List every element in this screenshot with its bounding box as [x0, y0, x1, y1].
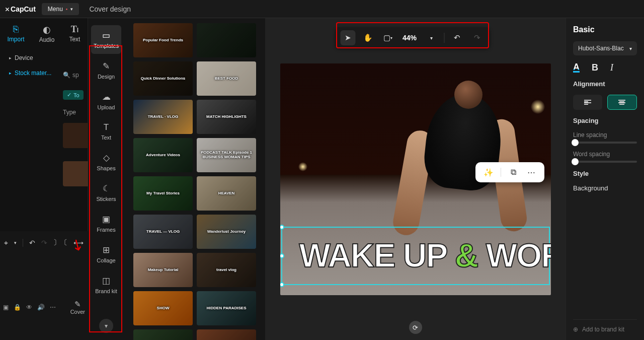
canvas-toolbar: ➤ ✋ ▢▾ 44% ▾ ↶ ↷: [335, 27, 490, 48]
word-spacing-label: Word spacing: [573, 151, 637, 158]
type-label: Type: [63, 109, 90, 116]
zoom-level[interactable]: 44%: [400, 34, 419, 42]
more-icon[interactable]: ⋯: [525, 166, 537, 178]
align-center-button[interactable]: [607, 95, 637, 110]
rail-frames[interactable]: ▣Frames: [91, 209, 121, 238]
template-thumb[interactable]: Popular Food Trends: [133, 23, 193, 57]
template-thumb[interactable]: MATCH HIGHLIGHTS: [197, 100, 256, 134]
font-select[interactable]: Hubot-Sans-Blac▾: [573, 41, 637, 55]
template-thumb[interactable]: PODCAST TALK Episode 1 BUSINESS WOMAN TI…: [197, 138, 256, 172]
cursor-tool-icon[interactable]: ⌖: [4, 239, 8, 247]
duplicate-icon[interactable]: ⧉: [507, 166, 519, 178]
zoom-dropdown-icon[interactable]: ▾: [424, 30, 439, 45]
rail-templates[interactable]: ▭Templates: [91, 25, 121, 54]
background-label: Background: [573, 184, 637, 192]
bold-button[interactable]: B: [592, 62, 598, 73]
aspect-icon[interactable]: ▣: [3, 304, 9, 311]
more-icon[interactable]: ⋯: [50, 304, 56, 311]
frames-icon: ▣: [91, 214, 121, 225]
search-input-peek[interactable]: 🔍 sp: [63, 72, 90, 79]
template-thumb[interactable]: BEST FOOD: [197, 61, 256, 96]
templates-icon: ▭: [91, 30, 121, 41]
tab-text[interactable]: TIText: [69, 24, 80, 43]
import-panel: ⎘Import ◐Audio TIText ▸Device ▸Stock mat…: [0, 18, 88, 340]
design-icon: ✎: [91, 61, 121, 72]
undo-icon[interactable]: ↶: [449, 30, 464, 45]
line-spacing-label: Line spacing: [573, 131, 637, 139]
template-thumb[interactable]: travel vlog: [197, 253, 256, 287]
hand-tool-icon[interactable]: ✋: [360, 30, 375, 45]
panel-heading: Basic: [573, 25, 637, 34]
properties-panel: Basic Hubot-Sans-Blac▾ A B I Alignment S…: [566, 18, 644, 340]
mute-icon[interactable]: 🔊: [37, 304, 45, 311]
rail-upload[interactable]: ☁Upload: [91, 87, 121, 115]
brandkit-icon: ⊕: [573, 326, 578, 333]
rail-shapes[interactable]: ◇Shapes: [91, 148, 121, 176]
template-thumb[interactable]: HEAVEN: [197, 176, 256, 211]
style-label: Style: [573, 170, 637, 177]
tab-audio[interactable]: ◐Audio: [39, 24, 55, 43]
template-thumb[interactable]: [197, 329, 256, 340]
add-to-brand-kit[interactable]: ⊕Add to brand kit: [573, 319, 637, 340]
rail-design[interactable]: ✎Design: [91, 56, 121, 85]
align-left-button[interactable]: [573, 95, 602, 110]
media-thumb-peek[interactable]: [63, 123, 90, 158]
brandkit-icon: ◫: [91, 276, 121, 286]
spacing-label: Spacing: [573, 117, 637, 124]
template-thumb[interactable]: TRAVEL — VLOG: [133, 215, 193, 249]
cover-headline[interactable]: WAKE UP & WOR: [299, 236, 551, 275]
shapes-icon: ◇: [91, 153, 121, 163]
split-icon[interactable]: 〕〔: [53, 238, 67, 247]
template-thumb[interactable]: My Travel Stories: [133, 176, 193, 211]
template-thumb[interactable]: Makeup Tutorial: [133, 253, 193, 287]
tab-import[interactable]: ⎘Import: [8, 24, 25, 43]
filter-tag-peek[interactable]: ✓ To: [63, 90, 90, 100]
light-flare: [298, 162, 307, 171]
floating-text-toolbar: ✨ ⧉ ⋯: [475, 162, 544, 182]
timeline-strip: ⌖ ▾ ↶ ↷ 〕〔 ⟷ ▣ 🔒 👁 🔊 ⋯ ✎Cover: [0, 231, 88, 340]
upload-icon: ☁: [91, 92, 121, 102]
template-thumb[interactable]: Wanderlust Journey: [197, 215, 256, 249]
template-thumb[interactable]: Adventure Videos: [133, 138, 193, 172]
rail-stickers[interactable]: ☾Stickers: [91, 178, 121, 207]
rail-brand-kit[interactable]: ◫Brand kit: [91, 270, 121, 299]
collage-icon: ⊞: [91, 245, 121, 255]
template-grid: Popular Food TrendsQuick Dinner Solution…: [124, 18, 265, 340]
media-thumb-peek[interactable]: [63, 161, 90, 196]
text-selection-box[interactable]: WAKE UP & WOR: [281, 227, 550, 285]
redo-icon[interactable]: ↷: [469, 30, 485, 45]
alignment-label: Alignment: [573, 80, 637, 88]
template-thumb[interactable]: SHOW: [133, 291, 193, 325]
lock-icon[interactable]: 🔒: [14, 304, 21, 311]
line-spacing-slider[interactable]: [573, 142, 637, 144]
cursor-pos-icon[interactable]: ⟷: [73, 239, 84, 247]
template-thumb[interactable]: HIDDEN PARADISES: [197, 291, 256, 325]
magic-icon[interactable]: ✨: [482, 166, 495, 178]
nav-device[interactable]: ▸Device: [0, 50, 88, 65]
app-logo: ✕CapCut: [5, 5, 36, 14]
cover-button[interactable]: ✎Cover: [70, 300, 85, 315]
rail-text[interactable]: TText: [91, 117, 121, 146]
crop-tool-icon[interactable]: ▢▾: [380, 30, 395, 45]
chevron-down-icon[interactable]: ▾: [14, 240, 17, 245]
stickers-icon: ☾: [91, 183, 121, 194]
undo-icon[interactable]: ↶: [29, 239, 35, 247]
word-spacing-slider[interactable]: [573, 161, 637, 163]
template-thumb[interactable]: Quick Dinner Solutions: [133, 61, 193, 96]
template-thumb[interactable]: [197, 23, 256, 57]
redo-icon[interactable]: ↷: [41, 239, 47, 247]
reset-icon[interactable]: ⟳: [409, 321, 422, 334]
menu-button[interactable]: Menu●▾: [42, 3, 79, 15]
page-title: Cover design: [89, 5, 131, 13]
italic-button[interactable]: I: [610, 62, 613, 73]
template-thumb[interactable]: hidden paradises: [133, 329, 193, 340]
canvas-area: ➤ ✋ ▢▾ 44% ▾ ↶ ↷ WAKE UP & WOR: [265, 18, 566, 340]
eye-icon[interactable]: 👁: [26, 304, 32, 311]
text-icon: T: [91, 122, 121, 132]
rail-more[interactable]: ▾: [99, 319, 113, 333]
select-tool-icon[interactable]: ➤: [340, 30, 355, 45]
tool-rail: ▭Templates ✎Design ☁Upload TText ◇Shapes…: [88, 18, 124, 340]
rail-collage[interactable]: ⊞Collage: [91, 240, 121, 268]
text-color-button[interactable]: A: [573, 63, 580, 73]
template-thumb[interactable]: TRAVEL · VLOG: [133, 100, 193, 134]
